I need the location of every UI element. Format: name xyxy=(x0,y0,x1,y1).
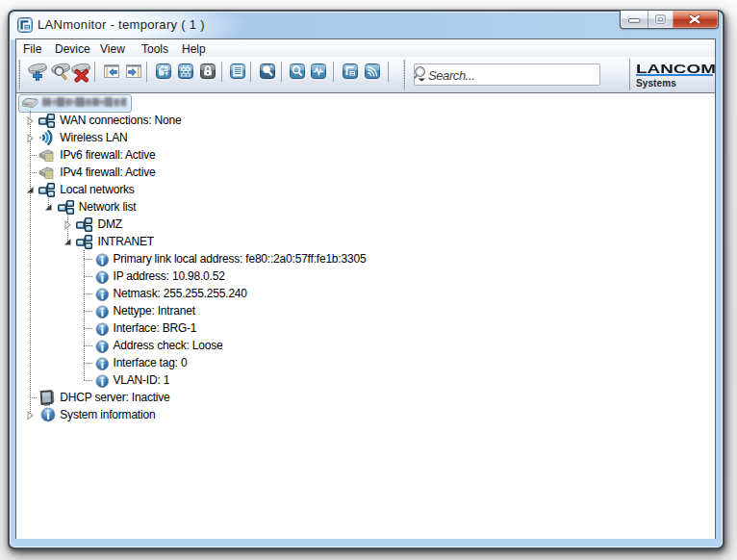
svg-text:5: 5 xyxy=(164,64,168,73)
